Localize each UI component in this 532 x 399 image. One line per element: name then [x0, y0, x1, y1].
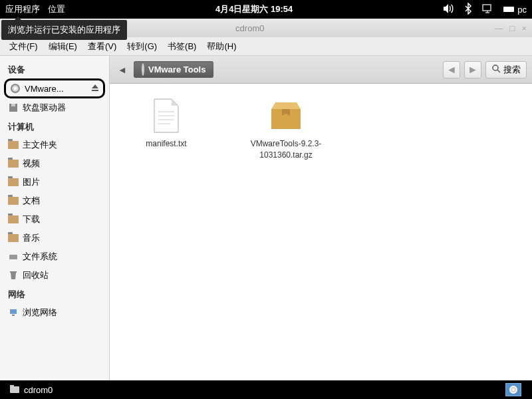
bluetooth-icon[interactable] [464, 3, 472, 17]
menu-help[interactable]: 帮助(H) [201, 38, 241, 55]
drive-icon [8, 251, 19, 262]
folder-icon [8, 233, 19, 243]
breadcrumb-label: VMware Tools [148, 65, 205, 74]
file-manager-window: cdrom0 — □ × 文件(F) 编辑(E) 查看(V) 转到(G) 书签(… [0, 19, 532, 380]
tooltip: 浏览并运行已安装的应用程序 [1, 20, 127, 40]
places-menu[interactable]: 位置 [48, 3, 65, 15]
menu-view[interactable]: 查看(V) [82, 38, 122, 55]
menu-edit[interactable]: 编辑(E) [43, 38, 82, 55]
breadcrumb[interactable]: VMware Tools [134, 61, 213, 78]
sidebar-item-home[interactable]: 主文件夹 [0, 136, 109, 154]
folder-icon [9, 384, 20, 396]
file-label: manifest.txt [146, 138, 186, 150]
clock[interactable]: 4月4日星期六 19:54 [65, 3, 443, 15]
network-icon[interactable] [481, 3, 493, 16]
sidebar-item-label: 图片 [23, 176, 40, 188]
apps-menu[interactable]: 应用程序 [5, 3, 40, 15]
sidebar-item-videos[interactable]: 视频 [0, 154, 109, 173]
folder-icon [8, 196, 19, 206]
svg-rect-1 [503, 7, 514, 12]
search-label: 搜索 [503, 64, 521, 76]
svg-rect-9 [10, 385, 14, 387]
maximize-button[interactable]: □ [510, 23, 515, 33]
svg-rect-0 [483, 5, 491, 11]
sidebar-item-label: VMware... [25, 84, 64, 94]
trash-icon [8, 270, 19, 281]
sidebar-item-label: 浏览网络 [23, 307, 57, 319]
sidebar-item-filesystem[interactable]: 文件系统 [0, 247, 109, 266]
nav-forward-button[interactable]: ► [464, 61, 481, 78]
sidebar-item-label: 软盘驱动器 [23, 102, 66, 114]
tray-disc-icon[interactable] [505, 383, 521, 396]
file-item-vmwaretools[interactable]: VMwareTools-9.2.3-1031360.tar.gz [243, 97, 329, 161]
svg-rect-4 [9, 255, 17, 259]
search-button[interactable]: 搜索 [485, 61, 527, 78]
network-icon [8, 307, 19, 318]
disc-icon [10, 83, 21, 94]
sidebar-item-label: 下载 [23, 213, 40, 225]
sidebar-item-music[interactable]: 音乐 [0, 229, 109, 247]
bottom-panel: cdrom0 [0, 380, 532, 399]
sidebar-item-vmware[interactable]: VMware... [4, 78, 105, 98]
sidebar-item-browse-network[interactable]: 浏览网络 [0, 303, 109, 322]
floppy-icon [8, 102, 19, 113]
sidebar-item-downloads[interactable]: 下载 [0, 210, 109, 229]
menu-file[interactable]: 文件(F) [4, 38, 43, 55]
files-area[interactable]: manifest.txt VMwareTools-9.2.3-1031360.t… [110, 84, 532, 380]
sidebar-item-floppy[interactable]: 软盘驱动器 [0, 98, 109, 117]
taskbar-item-cdrom[interactable]: cdrom0 [4, 383, 58, 397]
close-button[interactable]: × [521, 23, 527, 33]
disc-icon [142, 65, 144, 74]
sidebar-header-network: 网络 [0, 285, 109, 303]
home-icon [8, 140, 19, 150]
sidebar-item-label: 音乐 [23, 232, 40, 244]
sidebar: 设备 VMware... 软盘驱动器 计算机 主文件夹 [0, 56, 110, 380]
svg-rect-6 [12, 315, 15, 316]
sidebar-item-documents[interactable]: 文档 [0, 192, 109, 210]
menubar: 文件(F) 编辑(E) 查看(V) 转到(G) 书签(B) 帮助(H) [0, 37, 532, 56]
menu-go[interactable]: 转到(G) [122, 38, 162, 55]
svg-point-7 [493, 65, 498, 70]
folder-icon [8, 214, 19, 225]
sidebar-item-label: 文档 [23, 195, 40, 207]
menu-bookmarks[interactable]: 书签(B) [162, 38, 201, 55]
folder-icon [8, 158, 19, 169]
search-icon [491, 64, 501, 75]
main-area: ◄ VMware Tools ◄ ► 搜索 [110, 56, 532, 380]
path-back-icon[interactable]: ◄ [115, 61, 130, 79]
archive-file-icon [267, 97, 305, 134]
svg-rect-5 [10, 309, 17, 314]
sidebar-item-trash[interactable]: 回收站 [0, 266, 109, 285]
sidebar-header-computer: 计算机 [0, 117, 109, 136]
taskbar-item-label: cdrom0 [24, 385, 53, 395]
folder-icon [8, 177, 19, 188]
text-file-icon [148, 97, 185, 134]
sidebar-item-label: 回收站 [23, 269, 49, 281]
user-menu[interactable]: pc [503, 5, 527, 15]
top-panel: 应用程序 位置 4月4日星期六 19:54 pc [0, 0, 532, 19]
sidebar-item-label: 主文件夹 [23, 139, 57, 151]
sidebar-item-label: 文件系统 [23, 251, 57, 263]
sidebar-item-label: 视频 [23, 158, 40, 170]
svg-rect-8 [10, 386, 19, 393]
nav-back-button[interactable]: ◄ [443, 61, 460, 78]
svg-rect-3 [11, 104, 15, 106]
sidebar-header-devices: 设备 [0, 60, 109, 78]
file-label: VMwareTools-9.2.3-1031360.tar.gz [243, 138, 329, 161]
volume-icon[interactable] [443, 3, 455, 16]
user-label: pc [517, 5, 527, 15]
file-item-manifest[interactable]: manifest.txt [123, 97, 209, 150]
eject-icon[interactable] [91, 84, 99, 94]
sidebar-item-pictures[interactable]: 图片 [0, 173, 109, 192]
minimize-button[interactable]: — [495, 23, 503, 33]
toolbar: ◄ VMware Tools ◄ ► 搜索 [110, 56, 532, 84]
